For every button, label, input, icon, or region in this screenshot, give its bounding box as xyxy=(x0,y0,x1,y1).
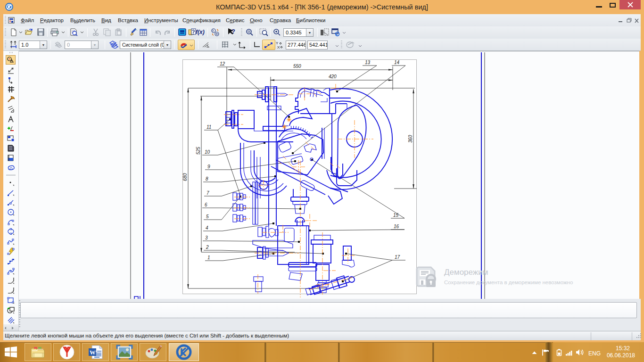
svg-text:12: 12 xyxy=(220,61,225,66)
svg-text:11: 11 xyxy=(206,124,211,130)
svg-text:16: 16 xyxy=(394,224,399,229)
svg-text:680: 680 xyxy=(182,173,188,181)
svg-text:15: 15 xyxy=(393,213,399,218)
svg-text:14: 14 xyxy=(394,60,400,65)
svg-text:Y: Y xyxy=(276,41,279,45)
svg-text:6: 6 xyxy=(205,202,207,207)
svg-text:525: 525 xyxy=(196,147,201,155)
svg-text:7: 7 xyxy=(206,190,209,196)
svg-text:?: ? xyxy=(231,28,235,35)
svg-text:10: 10 xyxy=(205,149,210,155)
svg-text:550: 550 xyxy=(293,64,301,69)
svg-text:13: 13 xyxy=(365,60,371,65)
svg-text:420: 420 xyxy=(329,74,337,79)
svg-text:5: 5 xyxy=(206,214,209,219)
svg-text:2: 2 xyxy=(206,245,209,250)
svg-text:4: 4 xyxy=(206,225,208,230)
svg-text:8: 8 xyxy=(206,176,208,181)
svg-text:9: 9 xyxy=(207,164,210,169)
svg-text:1: 1 xyxy=(207,255,210,260)
svg-text:360: 360 xyxy=(408,135,413,143)
svg-text:3: 3 xyxy=(205,235,208,240)
svg-text:X: X xyxy=(277,45,280,49)
svg-text:17: 17 xyxy=(395,255,400,260)
